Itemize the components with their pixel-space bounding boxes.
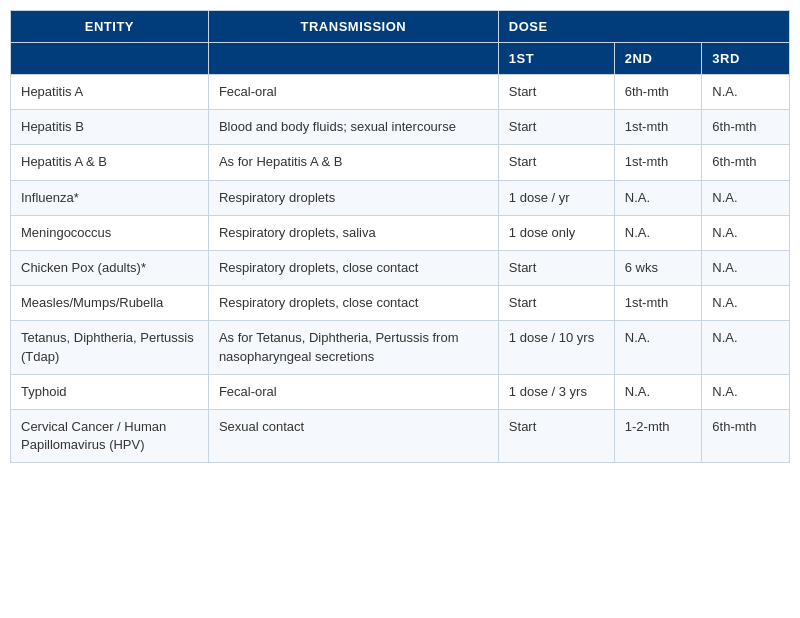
table-row: Influenza*Respiratory droplets1 dose / y… [11, 180, 790, 215]
dose3-cell: 6th-mth [702, 409, 790, 462]
transmission-cell: As for Tetanus, Diphtheria, Pertussis fr… [208, 321, 498, 374]
transmission-header: TRANSMISSION [208, 11, 498, 43]
table-row: Chicken Pox (adults)*Respiratory droplet… [11, 250, 790, 285]
dose3-cell: 6th-mth [702, 110, 790, 145]
table-row: Hepatitis A & BAs for Hepatitis A & BSta… [11, 145, 790, 180]
transmission-cell: Sexual contact [208, 409, 498, 462]
dose2-cell: N.A. [614, 180, 702, 215]
table-row: Cervical Cancer / Human Papillomavirus (… [11, 409, 790, 462]
dose1-cell: 1 dose / 3 yrs [498, 374, 614, 409]
entity-cell: Cervical Cancer / Human Papillomavirus (… [11, 409, 209, 462]
dose1-cell: Start [498, 75, 614, 110]
entity-cell: Hepatitis A & B [11, 145, 209, 180]
dose2-cell: N.A. [614, 321, 702, 374]
dose1-cell: Start [498, 250, 614, 285]
dose1-cell: 1 dose only [498, 215, 614, 250]
transmission-cell: Respiratory droplets, close contact [208, 250, 498, 285]
entity-cell: Typhoid [11, 374, 209, 409]
dose1-cell: Start [498, 145, 614, 180]
table-row: TyphoidFecal-oral1 dose / 3 yrsN.A.N.A. [11, 374, 790, 409]
dose1-cell: Start [498, 110, 614, 145]
entity-cell: Meningococcus [11, 215, 209, 250]
entity-cell: Chicken Pox (adults)* [11, 250, 209, 285]
dose3-cell: N.A. [702, 75, 790, 110]
entity-cell: Influenza* [11, 180, 209, 215]
dose3-cell: N.A. [702, 286, 790, 321]
dose1-cell: 1 dose / 10 yrs [498, 321, 614, 374]
dose1-cell: Start [498, 409, 614, 462]
dose3-header: 3RD [702, 43, 790, 75]
entity-cell: Tetanus, Diphtheria, Pertussis (Tdap) [11, 321, 209, 374]
dose2-cell: N.A. [614, 215, 702, 250]
transmission-cell: As for Hepatitis A & B [208, 145, 498, 180]
table-row: Hepatitis AFecal-oralStart6th-mthN.A. [11, 75, 790, 110]
transmission-cell: Blood and body fluids; sexual intercours… [208, 110, 498, 145]
entity-cell: Measles/Mumps/Rubella [11, 286, 209, 321]
dose2-cell: 1st-mth [614, 286, 702, 321]
dose-header: DOSE [498, 11, 789, 43]
dose2-header: 2ND [614, 43, 702, 75]
dose2-cell: N.A. [614, 374, 702, 409]
dose1-cell: Start [498, 286, 614, 321]
dose3-cell: N.A. [702, 250, 790, 285]
dose3-cell: 6th-mth [702, 145, 790, 180]
dose3-cell: N.A. [702, 321, 790, 374]
dose3-cell: N.A. [702, 215, 790, 250]
dose3-cell: N.A. [702, 180, 790, 215]
dose2-cell: 1st-mth [614, 145, 702, 180]
table-row: Tetanus, Diphtheria, Pertussis (Tdap)As … [11, 321, 790, 374]
entity-sub-header [11, 43, 209, 75]
transmission-cell: Fecal-oral [208, 75, 498, 110]
entity-header: ENTITY [11, 11, 209, 43]
dose2-cell: 6th-mth [614, 75, 702, 110]
transmission-sub-header [208, 43, 498, 75]
dose2-cell: 1st-mth [614, 110, 702, 145]
dose2-cell: 1-2-mth [614, 409, 702, 462]
entity-cell: Hepatitis B [11, 110, 209, 145]
table-row: Hepatitis BBlood and body fluids; sexual… [11, 110, 790, 145]
table-row: Measles/Mumps/RubellaRespiratory droplet… [11, 286, 790, 321]
dose3-cell: N.A. [702, 374, 790, 409]
dose1-cell: 1 dose / yr [498, 180, 614, 215]
transmission-cell: Respiratory droplets, close contact [208, 286, 498, 321]
dose2-cell: 6 wks [614, 250, 702, 285]
transmission-cell: Fecal-oral [208, 374, 498, 409]
transmission-cell: Respiratory droplets, saliva [208, 215, 498, 250]
table-row: MeningococcusRespiratory droplets, saliv… [11, 215, 790, 250]
entity-cell: Hepatitis A [11, 75, 209, 110]
dose1-header: 1ST [498, 43, 614, 75]
transmission-cell: Respiratory droplets [208, 180, 498, 215]
